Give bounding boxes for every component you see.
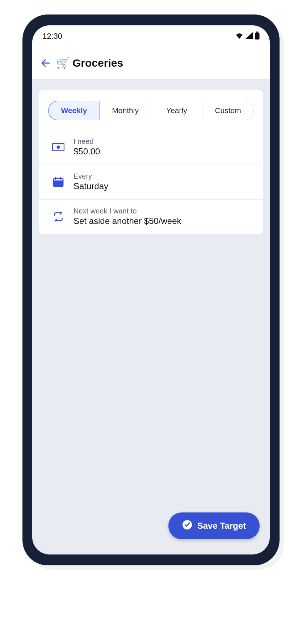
amount-value: $50.00 <box>74 146 100 157</box>
next-text: Next week I want to Set aside another $5… <box>74 207 181 226</box>
amount-label: I need <box>74 137 100 146</box>
calendar-icon <box>52 176 65 187</box>
amount-row[interactable]: I need $50.00 <box>39 130 263 165</box>
next-label: Next week I want to <box>74 207 181 215</box>
tab-custom[interactable]: Custom <box>202 101 254 120</box>
svg-rect-1 <box>255 33 260 40</box>
tab-yearly[interactable]: Yearly <box>151 101 203 120</box>
wifi-icon <box>235 32 243 40</box>
screen: 12:30 🛒 Groceries <box>32 25 270 554</box>
repeat-icon <box>52 212 65 221</box>
svg-rect-0 <box>256 32 259 33</box>
save-target-button[interactable]: Save Target <box>168 512 260 539</box>
tab-monthly[interactable]: Monthly <box>100 101 151 120</box>
signal-icon <box>246 32 253 40</box>
next-row[interactable]: Next week I want to Set aside another $5… <box>39 199 263 234</box>
back-button[interactable] <box>40 58 51 68</box>
page-title-text: Groceries <box>72 57 123 69</box>
money-icon <box>52 143 65 151</box>
page-title: 🛒 Groceries <box>56 57 123 69</box>
status-bar: 12:30 <box>32 25 270 47</box>
every-row[interactable]: Every Saturday <box>39 165 263 199</box>
svg-point-4 <box>57 145 60 149</box>
next-value: Set aside another $50/week <box>74 216 181 226</box>
device-frame: 12:30 🛒 Groceries <box>22 14 280 565</box>
status-icons <box>235 32 260 41</box>
period-segmented-control: Weekly Monthly Yearly Custom <box>48 101 254 120</box>
every-label: Every <box>74 172 108 180</box>
content-area: Weekly Monthly Yearly Custom I need $50.… <box>32 80 270 554</box>
check-circle-icon <box>182 520 192 532</box>
every-text: Every Saturday <box>74 172 108 191</box>
status-time: 12:30 <box>42 32 62 41</box>
tab-weekly[interactable]: Weekly <box>48 101 100 120</box>
save-target-label: Save Target <box>197 521 246 531</box>
battery-icon <box>255 32 260 41</box>
target-card: Weekly Monthly Yearly Custom I need $50.… <box>39 90 263 234</box>
cart-icon: 🛒 <box>56 57 70 69</box>
app-bar: 🛒 Groceries <box>32 47 270 80</box>
svg-rect-6 <box>54 180 63 187</box>
amount-text: I need $50.00 <box>74 137 100 157</box>
every-value: Saturday <box>74 181 108 191</box>
